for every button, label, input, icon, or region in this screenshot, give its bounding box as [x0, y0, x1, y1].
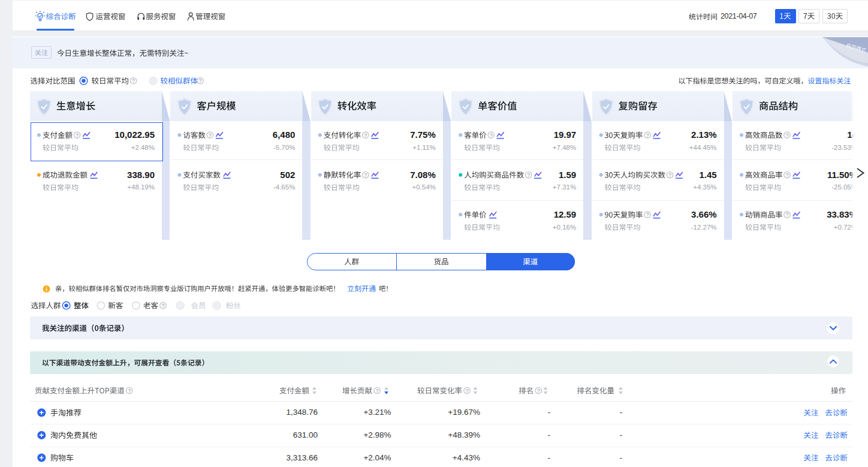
svg-text:?: ?: [132, 78, 135, 84]
svg-text:?: ?: [209, 132, 212, 138]
svg-text:?: ?: [465, 388, 468, 394]
svg-text:?: ?: [785, 172, 788, 178]
svg-text:?: ?: [527, 172, 530, 178]
svg-text:?: ?: [646, 132, 649, 138]
svg-text:?: ?: [785, 132, 788, 138]
svg-text:?: ?: [161, 303, 164, 309]
svg-text:?: ?: [76, 132, 79, 138]
svg-text:?: ?: [364, 132, 367, 138]
svg-text:?: ?: [537, 388, 540, 394]
svg-text:?: ?: [364, 172, 367, 178]
svg-text:?: ?: [668, 172, 671, 178]
svg-text:?: ?: [646, 212, 649, 218]
svg-text:?: ?: [128, 388, 131, 394]
svg-text:?: ?: [375, 388, 378, 394]
svg-text:?: ?: [198, 78, 201, 84]
svg-text:?: ?: [490, 132, 493, 138]
svg-text:?: ?: [785, 212, 788, 218]
